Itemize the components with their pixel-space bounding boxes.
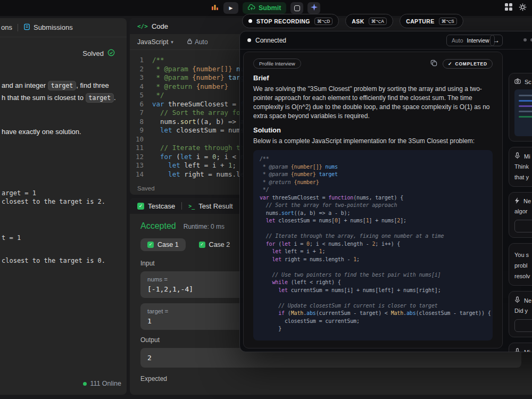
brief-heading: Brief bbox=[253, 74, 493, 82]
problem-panel: ons Submissions Solved and an integer ta… bbox=[0, 18, 127, 395]
ai-assistant-button[interactable] bbox=[307, 2, 320, 14]
line-number: 9 bbox=[130, 126, 152, 135]
problem-description: and an integer target, find threeh that … bbox=[0, 18, 127, 395]
send-button[interactable]: → bbox=[490, 35, 503, 46]
verdict-status: Accepted bbox=[140, 221, 176, 231]
side-card[interactable]: Nealgor bbox=[509, 192, 532, 238]
tab-test-result[interactable]: >_ Test Result bbox=[188, 202, 232, 210]
tab-code[interactable]: </> Code bbox=[137, 22, 168, 30]
solution-code-line: * @return {number} bbox=[260, 179, 486, 187]
side-card[interactable]: MiDid y bbox=[509, 343, 532, 352]
solution-code-line: * @param {number[]} nums bbox=[260, 163, 486, 171]
extension-icon[interactable] bbox=[211, 3, 219, 13]
solution-code-line: // Iterate through the array, fixing one… bbox=[260, 232, 486, 240]
online-dot-icon bbox=[83, 382, 87, 386]
brief-text: We are solving the "3Sum Closest" proble… bbox=[253, 85, 493, 121]
description-line: and an integer target, find three bbox=[2, 81, 109, 89]
description-line: closest to the target is 2. bbox=[2, 198, 105, 205]
solution-code-line: // Use two pointers to find the best pai… bbox=[260, 271, 486, 279]
shortcut-chip: ⌘⌥A bbox=[369, 18, 387, 25]
stop-recording-button[interactable]: STOP RECORDING ⌘⌥D bbox=[242, 14, 339, 28]
case-tab[interactable]: ✓Case 2 bbox=[192, 238, 237, 251]
runtime-label: Runtime: 0 ms bbox=[184, 223, 225, 230]
description-line: arget = 1 bbox=[2, 189, 36, 197]
note-icon bbox=[294, 5, 300, 11]
notes-button[interactable] bbox=[290, 2, 303, 14]
line-number: 7 bbox=[130, 109, 152, 118]
copy-icon[interactable] bbox=[430, 59, 437, 69]
case-check-icon: ✓ bbox=[199, 242, 205, 248]
mode-selector[interactable]: Auto Interview bbox=[446, 35, 495, 46]
side-card[interactable]: NeDid y bbox=[509, 291, 532, 337]
record-dot-icon bbox=[248, 19, 252, 23]
card-input[interactable] bbox=[514, 220, 532, 232]
solution-code-line bbox=[260, 263, 486, 271]
line-number: 4 bbox=[130, 82, 152, 92]
line-number: 6 bbox=[130, 100, 152, 109]
check-icon: ✓ bbox=[448, 61, 452, 66]
solution-code-block: /** * @param {number[]} nums * @param {n… bbox=[253, 150, 493, 340]
solution-code-line: while (left < right) { bbox=[260, 279, 486, 287]
line-number: 11 bbox=[130, 144, 152, 153]
run-button[interactable]: ▶ bbox=[223, 2, 238, 14]
ask-button[interactable]: ASK ⌘⌥A bbox=[345, 14, 393, 28]
solution-code-line: * @param {number} target bbox=[260, 171, 486, 179]
description-line: have exactly one solution. bbox=[2, 128, 81, 136]
chevron-down-icon: ▾ bbox=[171, 39, 173, 45]
code-icon: </> bbox=[137, 23, 148, 30]
language-selector[interactable]: JavaScript ▾ bbox=[137, 38, 173, 46]
assistant-command-bar: STOP RECORDING ⌘⌥D ASK ⌘⌥A CAPTURE ⌘⌥S bbox=[242, 14, 463, 28]
solution-code-line: let left = i + 1; bbox=[260, 248, 486, 256]
assistant-statusbar: Connected Auto Interview → bbox=[240, 31, 532, 49]
mic-icon bbox=[514, 296, 520, 304]
solution-code-line: var threeSumClosest = function(nums, tar… bbox=[260, 194, 486, 202]
line-number: 1 bbox=[130, 56, 152, 65]
shortcut-chip: ⌘⌥D bbox=[314, 18, 332, 25]
inline-code-chip: target bbox=[86, 93, 114, 103]
sparkle-icon bbox=[311, 4, 318, 12]
solution-code-line: // Sort the array for two-pointer approa… bbox=[260, 202, 486, 210]
assistant-window: Connected Auto Interview → Profile Inter… bbox=[239, 31, 532, 352]
solution-code-line: } bbox=[260, 325, 486, 333]
line-number: 14 bbox=[130, 170, 152, 179]
connection-dot-icon bbox=[247, 38, 251, 42]
solution-code-line: let closestSum = nums[0] + nums[1] + num… bbox=[260, 217, 486, 225]
submit-button[interactable]: Submit bbox=[243, 2, 286, 14]
solution-code-line: */ bbox=[260, 186, 486, 194]
layout-grid-icon[interactable] bbox=[505, 3, 512, 13]
line-number: 8 bbox=[130, 118, 152, 127]
solution-code-line: let right = nums.length - 1; bbox=[260, 256, 486, 264]
settings-gear-icon[interactable] bbox=[519, 3, 527, 13]
line-number: 5 bbox=[130, 91, 152, 100]
tab-testcase[interactable]: ✓ Testcase bbox=[137, 202, 175, 210]
profile-tag: Profile Interview bbox=[253, 59, 301, 69]
solution-code-line: // Update closestSum if current is close… bbox=[260, 302, 486, 310]
arrow-right-icon: → bbox=[493, 37, 500, 44]
side-card[interactable]: MiThinkthat y bbox=[509, 147, 532, 187]
shortcut-chip: ⌘⌥S bbox=[439, 18, 457, 25]
description-line: t = 1 bbox=[2, 234, 21, 242]
mic-icon bbox=[514, 152, 520, 160]
side-card[interactable]: You sproblresolv bbox=[509, 243, 532, 286]
line-number: 12 bbox=[130, 153, 152, 162]
solution-intro: Below is a complete JavaScript implement… bbox=[253, 137, 493, 146]
bolt-icon bbox=[514, 197, 520, 205]
online-status: 111 Online bbox=[83, 380, 121, 387]
answer-card: Profile Interview ✓ COMPLETED Brief We a… bbox=[243, 52, 503, 348]
card-input[interactable] bbox=[514, 319, 532, 332]
connection-status: Connected bbox=[247, 37, 286, 44]
description-line: h that the sum is closest to target. bbox=[2, 94, 116, 102]
case-tab[interactable]: ✓Case 1 bbox=[140, 238, 186, 251]
window-extra-icons[interactable] bbox=[523, 38, 532, 41]
solution-heading: Solution bbox=[253, 126, 493, 134]
line-number: 10 bbox=[130, 135, 152, 144]
upload-cloud-icon bbox=[248, 4, 255, 12]
solution-code-line bbox=[260, 225, 486, 233]
capture-button[interactable]: CAPTURE ⌘⌥S bbox=[400, 14, 463, 28]
case-check-icon: ✓ bbox=[147, 242, 154, 248]
lock-icon bbox=[187, 38, 192, 46]
side-card[interactable]: Sc bbox=[509, 73, 532, 142]
play-icon: ▶ bbox=[229, 5, 233, 11]
screenshot-thumbnail[interactable] bbox=[514, 89, 532, 136]
solution-code-line: nums.sort((a, b) => a - b); bbox=[260, 210, 486, 218]
